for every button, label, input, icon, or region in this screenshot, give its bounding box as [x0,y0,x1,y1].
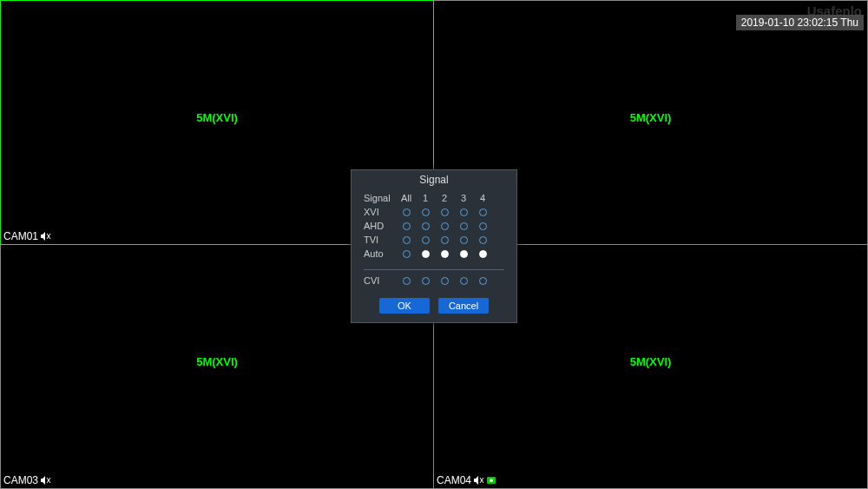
resolution-label: 5M(XVI) [196,355,238,368]
row-label: Auto [364,248,397,259]
row-label: TVI [364,235,397,245]
radio-auto-1[interactable] [416,246,435,261]
camera-name: CAM01 [3,230,38,242]
radio-auto-2[interactable] [435,246,454,261]
speaker-muted-icon [41,232,51,241]
svg-point-1 [490,479,493,482]
col-3: 3 [454,193,473,203]
radio-auto-3[interactable] [454,246,473,261]
radio-cvi-4[interactable] [473,273,492,288]
camera-label: CAM03 [3,474,51,486]
matrix-row-ahd: AHD [364,219,504,233]
ok-button[interactable]: OK [379,298,430,314]
col-1: 1 [416,193,435,203]
dialog-title: Signal [352,170,516,191]
divider [364,269,504,270]
cvi-row: CVI [364,274,504,287]
row-label-cvi: CVI [364,275,397,286]
speaker-muted-icon [41,476,51,485]
radio-auto-4[interactable] [473,246,492,261]
camera-name: CAM03 [3,474,38,486]
radio-cvi-2[interactable] [435,273,454,288]
camera-label: CAM01 [3,230,51,242]
resolution-label: 5M(XVI) [630,355,672,368]
col-all: All [397,193,416,203]
speaker-muted-icon [474,476,484,485]
radio-cvi-3[interactable] [454,273,473,288]
matrix-row-xvi: XVI [364,205,504,219]
radio-auto-all[interactable] [397,246,416,261]
radio-cvi-all[interactable] [397,273,416,288]
col-2: 2 [435,193,454,203]
signal-matrix: Signal All 1 2 3 4 XVIAHDTVIAuto [352,191,516,264]
resolution-label: 5M(XVI) [196,111,238,124]
camera-name: CAM04 [437,474,471,486]
matrix-row-auto: Auto [364,247,504,261]
matrix-row-tvi: TVI [364,233,504,247]
resolution-label: 5M(XVI) [630,111,672,124]
signal-dialog: Signal Signal All 1 2 3 4 XVIAHDTVIAuto … [351,169,517,323]
row-label: AHD [364,221,397,231]
timestamp: 2019-01-10 23:02:15 Thu [736,15,864,30]
header-label: Signal [364,193,397,203]
radio-cvi-1[interactable] [416,273,435,288]
matrix-header-row: Signal All 1 2 3 4 [364,191,504,205]
col-4: 4 [473,193,492,203]
row-label: XVI [364,207,397,217]
camera-label: CAM04 [437,474,496,486]
button-row: OK Cancel [352,291,516,322]
cancel-button[interactable]: Cancel [438,298,489,314]
record-icon [487,476,496,485]
